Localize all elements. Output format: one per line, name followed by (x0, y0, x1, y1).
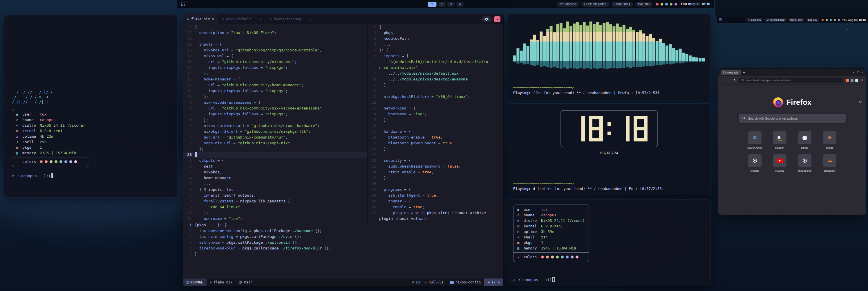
fetch-value: 1946 | 15394 MiB (541, 246, 576, 250)
shortcut-cloudflare[interactable]: ☁cloudflare (817, 154, 842, 172)
fetch-label: distro (524, 219, 541, 223)
prompt-part: ⌂ (12, 174, 17, 178)
tray-icon-1[interactable] (822, 19, 824, 21)
app-launcher-icon[interactable] (181, 2, 185, 6)
line-number: 25 (368, 175, 379, 181)
extension-icon-2[interactable] (850, 79, 854, 82)
fetch-row: ➜shellzsh (517, 234, 585, 240)
shortcut-github[interactable]: github (792, 131, 817, 149)
editor-tab-1[interactable]: ❄pkgs/default...× (218, 14, 266, 24)
editor-tabs: ❄flake.nix×❄pkgs/default...×❄hosts/isoIm… (183, 14, 316, 24)
code-line: 28 ssh.startAgent = true; (368, 193, 503, 198)
fetch-label: colors (22, 159, 40, 164)
bar-clock[interactable]: Thu Aug 08, 18:18 (842, 18, 866, 22)
tray-icon-3[interactable] (665, 3, 668, 5)
fetch-label: shell (22, 140, 40, 144)
prompt-part: ))) (44, 174, 51, 178)
code-text: sops-nix.url = "github:Mic92/sops-nix"; (195, 140, 292, 146)
shortcut-claude[interactable]: ✳claude (817, 131, 842, 149)
tray-icon-4[interactable] (834, 19, 836, 21)
menu-button[interactable]: ≡ (861, 78, 863, 83)
line-number: 5 (183, 181, 195, 187)
minimize-button[interactable]: – (852, 71, 854, 74)
status-pill-3[interactable]: Bat: 100 (806, 18, 819, 22)
clock-window[interactable]: 08/08/24 ===========================> Pl… (508, 104, 711, 195)
status-pill-3[interactable]: Bat: 100 (636, 2, 652, 7)
prompt-left[interactable]: ⌂ ➜ canopus ~ ))) (12, 173, 170, 178)
tray-icon-1[interactable] (656, 3, 658, 5)
back-button[interactable]: ← (721, 79, 725, 83)
line-number: 4 (183, 129, 195, 135)
newtab-search-bar[interactable]: Search with Google or enter address (739, 114, 846, 123)
shortcut-chat.openai[interactable]: chat.openai (792, 154, 817, 172)
status-pill-1[interactable]: GPU: Integrated (581, 2, 609, 7)
code-pane-bottom[interactable]: 1{pkgs, ...}: {1 tux-awesome-wm-config =… (183, 222, 503, 279)
reload-button[interactable]: ↻ (734, 79, 736, 83)
preview-toggle-button[interactable] (481, 16, 492, 22)
code-text: url = "github:nix-community/nix-vscode-e… (195, 106, 324, 111)
prompt-panel[interactable]: ⌂ ➜ canopus ~ ))) (513, 278, 705, 282)
code-pane-left[interactable]: 22{21 description = "tux's NixOS Flake";… (183, 24, 367, 222)
code-line: 13 networking = { (368, 106, 503, 111)
code-pane-right[interactable]: 1{2 pkgs,3 modulesPath,4 ...5}: {6 impor… (368, 24, 503, 222)
tab-close-icon[interactable]: × (260, 17, 262, 21)
status-pill-0[interactable]: P: Balanced (557, 2, 579, 7)
close-button[interactable]: × (862, 71, 864, 74)
visualizer-window[interactable]: ===========================> Playing: ff… (508, 14, 711, 99)
tab-close-icon[interactable]: × (212, 17, 214, 21)
tray-icon-5[interactable] (675, 3, 677, 5)
workspace-button-3[interactable]: 3 (447, 2, 455, 7)
status-pill-1[interactable]: GPU: Integrated (765, 18, 786, 22)
shortcut-search.nixos[interactable]: ❄search.nixos (742, 131, 767, 149)
extension-icon-3[interactable] (855, 79, 858, 82)
tray-icon-3[interactable] (830, 19, 832, 21)
code-line: 5 ... (183, 181, 367, 187)
line-number: 19 (183, 41, 195, 47)
line-number: 11 (368, 94, 379, 99)
shortcut-amazon[interactable]: aamazon (767, 131, 792, 149)
url-bar[interactable]: Search with Google or enter address (739, 78, 843, 83)
editor-tab-0[interactable]: ❄flake.nix× (183, 14, 218, 24)
tray-icon-2[interactable] (660, 3, 663, 5)
line-number: 22 (368, 158, 379, 164)
fetch-label: memory (22, 151, 40, 155)
editor-tab-2[interactable]: ❄hosts/isoImag...× (266, 14, 315, 24)
shortcut-chatgpt[interactable]: chatgpt (742, 154, 767, 172)
color-swatch (40, 160, 43, 163)
app-launcher-icon[interactable] (719, 18, 722, 21)
status-pill-0[interactable]: P: Balanced (746, 18, 763, 22)
shortcut-youtube[interactable]: youtube (767, 154, 792, 172)
status-pill-2[interactable]: Home: 6ms (788, 18, 804, 22)
workspace-button-2[interactable]: 2 (439, 2, 445, 7)
forward-button[interactable]: → (727, 79, 731, 83)
home-icon: ⌂ (16, 118, 22, 122)
maximize-button[interactable]: □ (857, 71, 859, 74)
browser-tab[interactable]: New Tab (721, 70, 741, 75)
line-number: 5 (368, 47, 379, 53)
terminal-window-left[interactable]: _ __ _____ __ / |/ // _/ |/_/ / /_/ /_> … (4, 15, 178, 198)
code-text: nixos-wsl = { (195, 53, 233, 59)
tray-icon-5[interactable] (838, 19, 840, 21)
statusline: ▢ NORMAL ❄ flake.nix main ⚙ LSP ~ null-l… (183, 279, 503, 286)
tray-icon-2[interactable] (826, 19, 828, 21)
bar-clock[interactable]: Thu Aug 08, 18:18 (681, 2, 710, 6)
playing-chevron-icon: › (631, 91, 636, 95)
line-number: 9 (368, 82, 379, 88)
status-pill-2[interactable]: Home: 8ms (612, 2, 633, 7)
extension-icon-1[interactable] (846, 79, 849, 82)
workspace-button-4[interactable]: 4 (457, 2, 464, 7)
color-swatch (541, 256, 544, 259)
tray-icon-4[interactable] (670, 3, 673, 5)
personalize-gear-icon[interactable]: ⚙ (859, 100, 862, 104)
new-tab-button[interactable]: + (743, 70, 745, 75)
fetch-window[interactable]: ◉usertux⌂hnamecanopus❄distroNixOS 24.11 … (508, 199, 711, 286)
workspace-button-1[interactable]: 1 (428, 2, 437, 7)
tab-close-icon[interactable]: × (309, 17, 311, 21)
separator-line: ===========================> (513, 85, 705, 90)
window-close-button[interactable]: × (494, 16, 500, 22)
line-number: 6 (183, 187, 195, 193)
line-number: 7 (183, 111, 195, 117)
code-text: } (195, 251, 197, 257)
file-segment: ❄ flake.nix (207, 279, 236, 286)
code-line: 9 ]; (368, 82, 503, 88)
